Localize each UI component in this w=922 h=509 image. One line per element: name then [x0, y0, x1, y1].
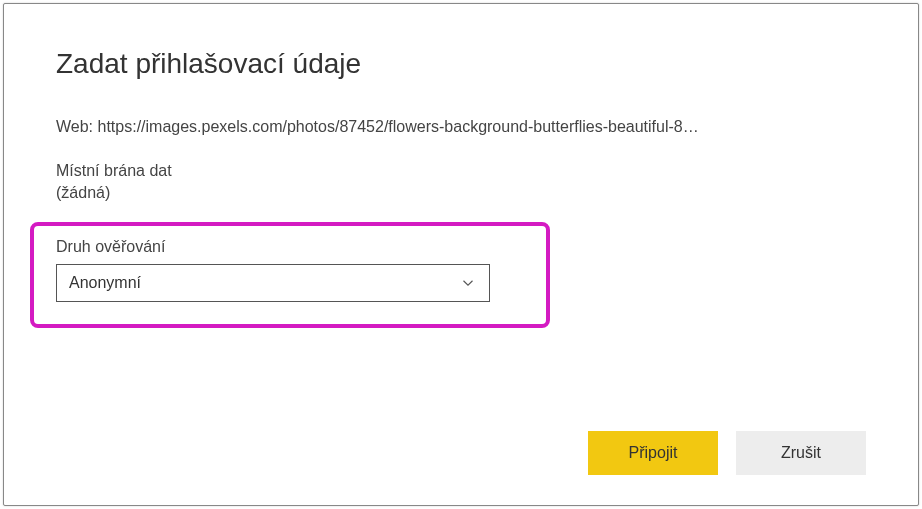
gateway-label: Místní brána dat	[56, 162, 866, 180]
auth-type-selected: Anonymní	[69, 274, 141, 292]
auth-type-label: Druh ověřování	[56, 238, 524, 256]
cancel-button[interactable]: Zrušit	[736, 431, 866, 475]
web-source-line: Web: https://images.pexels.com/photos/87…	[56, 118, 866, 136]
auth-type-dropdown[interactable]: Anonymní	[56, 264, 490, 302]
credentials-dialog: Zadat přihlašovací údaje Web: https://im…	[3, 3, 919, 506]
gateway-value: (žádná)	[56, 184, 866, 202]
auth-section-highlight: Druh ověřování Anonymní	[30, 222, 550, 328]
connect-button[interactable]: Připojit	[588, 431, 718, 475]
web-label: Web:	[56, 118, 98, 135]
web-url: https://images.pexels.com/photos/87452/f…	[98, 118, 699, 135]
chevron-down-icon	[459, 274, 477, 292]
dialog-button-row: Připojit Zrušit	[588, 431, 866, 475]
dialog-title: Zadat přihlašovací údaje	[56, 48, 866, 80]
